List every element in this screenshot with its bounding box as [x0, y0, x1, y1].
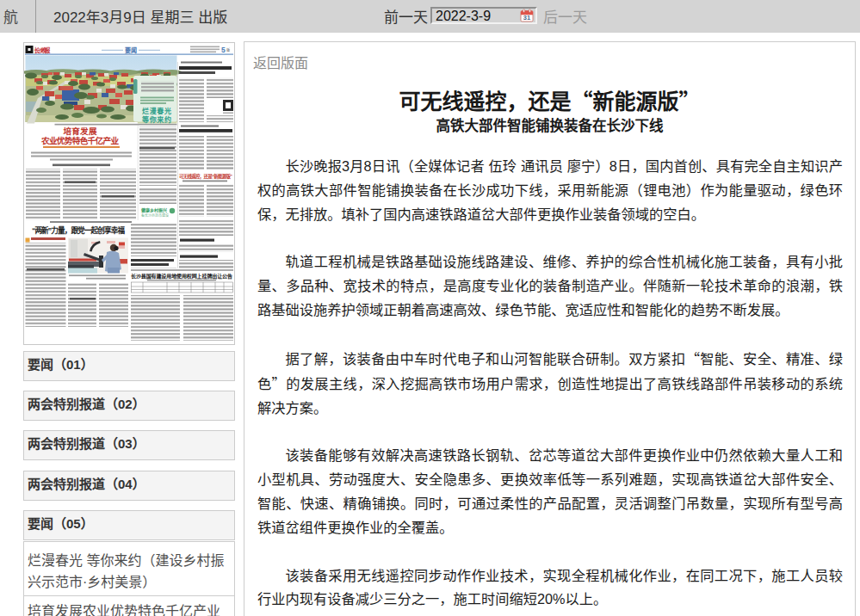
svg-text:烂漫春光: 烂漫春光 — [142, 107, 171, 115]
svg-text:“两新”力量，跟党一起创享幸福: “两新”力量，跟党一起创享幸福 — [32, 225, 125, 235]
svg-text:长沙县国有建设用地使用权网上挂牌出让公告: 长沙县国有建设用地使用权网上挂牌出让公告 — [131, 273, 232, 280]
svg-text:31: 31 — [523, 14, 530, 22]
svg-text:等你来约: 等你来约 — [141, 115, 171, 124]
svg-text:健康乡村振兴: 健康乡村振兴 — [141, 207, 167, 213]
svg-text:长沙晚报: 长沙晚报 — [34, 46, 52, 54]
svg-text:看长沙示范市建设: 看长沙示范市建设 — [141, 213, 169, 218]
svg-text:5: 5 — [221, 46, 226, 54]
svg-text:要闻: 要闻 — [125, 46, 137, 54]
svg-text:版: 版 — [226, 47, 230, 52]
svg-text:培育发展: 培育发展 — [64, 126, 97, 136]
svg-text:可无线遥控，还是“新能源版”: 可无线遥控，还是“新能源版” — [179, 173, 232, 180]
svg-text:农业优势特色千亿产业: 农业优势特色千亿产业 — [40, 136, 119, 145]
